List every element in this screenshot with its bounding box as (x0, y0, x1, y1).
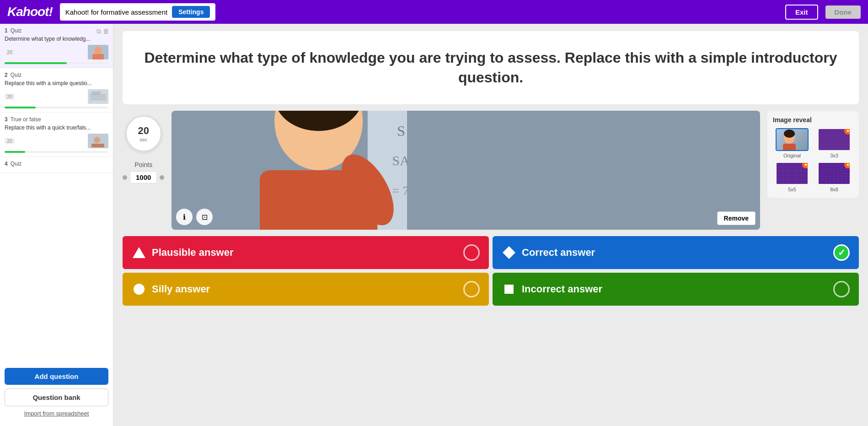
svg-rect-21 (432, 165, 500, 230)
q2-time: 20 (5, 93, 15, 100)
main-layout: 1 Quiz ⧉ 🗑 Determine what type of knowle… (0, 24, 868, 426)
svg-rect-2 (92, 54, 104, 59)
image-edit-button[interactable]: ⊡ (196, 209, 213, 225)
content-area: Determine what type of knowledge you are… (113, 24, 868, 426)
square-icon (502, 282, 516, 297)
svg-rect-24 (536, 170, 591, 230)
answer-2-text: Correct answer (516, 247, 833, 259)
svg-point-34 (134, 284, 145, 295)
copy-icon[interactable]: ⧉ (96, 27, 101, 35)
points-label: Points (134, 161, 152, 168)
image-reveal-panel: Image reveal (767, 111, 859, 198)
q2-thumbnail (88, 89, 108, 104)
svg-rect-8 (91, 144, 104, 147)
reveal-option-original[interactable]: Original (773, 128, 811, 158)
answer-2-correct-indicator: ✓ (833, 244, 850, 261)
q2-type: Quiz (11, 72, 22, 78)
svg-text:SA = πr² + πrL: SA = πr² + πrL (392, 153, 474, 168)
left-controls: 20 sec Points 1000 (123, 111, 164, 183)
kahoot-logo: Kahoot! (7, 5, 53, 19)
answer-4-indicator (833, 281, 850, 297)
svg-point-30 (784, 129, 795, 138)
q1-type: Quiz (11, 27, 22, 34)
photo-overlay: ℹ ⊡ (176, 209, 213, 225)
time-label: sec (139, 137, 147, 142)
reveal-thumb-8x8: ★ (818, 162, 851, 185)
answer-3-text: Silly answer (146, 283, 463, 295)
done-button[interactable]: Done (825, 5, 861, 19)
question-bank-button[interactable]: Question bank (5, 388, 108, 406)
reveal-label-original: Original (783, 153, 801, 158)
svg-point-7 (94, 137, 100, 143)
import-spreadsheet-link[interactable]: Import from spreadsheet (5, 410, 108, 417)
q2-number: 2 (5, 72, 8, 78)
answer-button-3[interactable]: Silly answer (123, 273, 489, 306)
add-question-button[interactable]: Add question (5, 368, 108, 385)
sidebar: 1 Quiz ⧉ 🗑 Determine what type of knowle… (0, 24, 113, 426)
sidebar-item-question-4[interactable]: 4 Quiz (0, 157, 113, 173)
reveal-label-5x5: 5x5 (788, 187, 796, 192)
remove-image-button[interactable]: Remove (717, 211, 755, 225)
points-slider-row: 1000 (123, 171, 164, 183)
q1-time: 20 (5, 49, 15, 55)
sidebar-footer: Add question Question bank Import from s… (0, 363, 113, 421)
svg-point-23 (540, 111, 589, 139)
svg-point-20 (436, 111, 495, 131)
question-text-box[interactable]: Determine what type of knowledge you are… (123, 31, 859, 104)
svg-rect-10 (368, 111, 760, 230)
question-image: A = πr² S = √(πr²) SA = πr² + πrL = 79.1… (171, 111, 760, 230)
svg-point-22 (540, 111, 589, 170)
sidebar-item-question-3[interactable]: 3 True or false Replace this with a quic… (0, 113, 113, 157)
settings-button[interactable]: Settings (172, 6, 210, 18)
q3-number: 3 (5, 116, 8, 123)
triangle-icon (132, 245, 146, 260)
middle-section: 20 sec Points 1000 (123, 111, 859, 230)
circle-icon (132, 282, 146, 297)
svg-point-27 (631, 111, 674, 145)
slider-left-dot (123, 175, 127, 180)
answer-button-2[interactable]: Correct answer ✓ (493, 236, 859, 269)
reveal-label-8x8: 8x8 (830, 187, 838, 192)
badge-3x3: ★ (844, 128, 851, 135)
info-icon-button[interactable]: ℹ (176, 209, 193, 225)
exit-button[interactable]: Exit (785, 5, 818, 20)
reveal-thumb-original (776, 128, 809, 151)
svg-marker-15 (407, 141, 505, 230)
question-image-area: A = πr² S = √(πr²) SA = πr² + πrL = 79.1… (171, 111, 760, 230)
time-value: 20 (138, 125, 149, 137)
answer-1-indicator (463, 244, 480, 261)
answer-1-text: Plausible answer (146, 247, 463, 259)
sidebar-item-question-2[interactable]: 2 Quiz Replace this with a simple questi… (0, 68, 113, 113)
q3-title: Replace this with a quick true/fals... (5, 124, 108, 131)
answer-4-text: Incorrect answer (516, 283, 833, 295)
svg-point-19 (436, 111, 495, 165)
svg-rect-28 (628, 173, 677, 230)
q3-type: True or false (11, 116, 41, 123)
q4-type: Quiz (11, 161, 22, 167)
reveal-option-3x3[interactable]: ★ 3x3 (815, 128, 853, 158)
time-control[interactable]: 20 sec (125, 115, 162, 152)
answer-button-1[interactable]: Plausible answer (123, 236, 489, 269)
svg-marker-33 (503, 246, 515, 259)
svg-point-26 (631, 118, 674, 173)
question-text: Determine what type of knowledge you are… (141, 48, 841, 87)
q1-number: 1 (5, 27, 8, 34)
svg-rect-31 (783, 144, 796, 151)
q2-title: Replace this with a simple questio... (5, 80, 108, 86)
points-section: Points 1000 (123, 161, 164, 183)
kahoot-title: Kahoot! for formative assessment (65, 8, 167, 16)
delete-icon[interactable]: 🗑 (103, 27, 109, 35)
app-header: Kahoot! Kahoot! for formative assessment… (0, 0, 868, 24)
svg-text:= 79.12cm²: = 79.12cm² (392, 183, 451, 198)
answer-button-4[interactable]: Incorrect answer (493, 273, 859, 306)
badge-8x8: ★ (844, 162, 851, 168)
reveal-thumb-5x5: ★ (776, 162, 809, 185)
svg-rect-5 (91, 92, 101, 95)
answer-3-indicator (463, 281, 480, 297)
reveal-option-8x8[interactable]: ★ 8x8 (815, 162, 853, 192)
reveal-option-5x5[interactable]: ★ 5x5 (773, 162, 811, 192)
diamond-icon (502, 245, 516, 260)
sidebar-item-question-1[interactable]: 1 Quiz ⧉ 🗑 Determine what type of knowle… (0, 24, 113, 68)
svg-point-1 (94, 47, 102, 54)
svg-text:S = √(πr²): S = √(πr²) (397, 123, 456, 139)
